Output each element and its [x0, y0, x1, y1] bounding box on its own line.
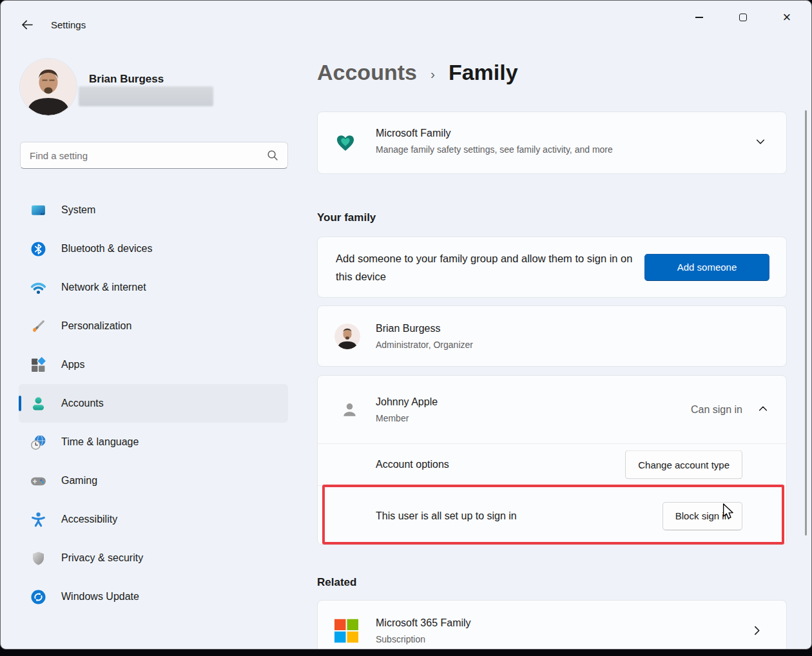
chevron-down-icon [755, 137, 766, 150]
maximize-button[interactable] [724, 6, 762, 29]
apps-icon [30, 356, 46, 373]
member-avatar [334, 323, 360, 349]
sidebar-item-privacy-security[interactable]: Privacy & security [19, 539, 288, 577]
system-icon [30, 202, 46, 218]
maximize-icon [739, 14, 747, 21]
family-heart-icon [335, 133, 356, 153]
breadcrumb-separator: › [430, 66, 435, 82]
close-icon: × [783, 10, 791, 24]
change-account-type-button[interactable]: Change account type [625, 450, 742, 479]
your-family-heading: Your family [317, 211, 376, 224]
member-row-johnny[interactable]: Johnny Apple Member Can sign in [318, 376, 786, 443]
bluetooth-icon [30, 240, 46, 257]
sidebar-item-time-language[interactable]: Time & language [19, 423, 288, 461]
vertical-scrollbar[interactable] [805, 110, 807, 535]
signin-status: Can sign in [691, 404, 742, 416]
account-options-label: Account options [376, 459, 449, 470]
sidebar-item-accounts[interactable]: Accounts [19, 384, 288, 423]
member-card-johnny: Johnny Apple Member Can sign in Account … [317, 375, 787, 545]
settings-window: Settings × Brian Burgess [0, 0, 812, 650]
accessibility-icon [30, 511, 46, 528]
accounts-icon [30, 395, 46, 412]
profile-avatar[interactable] [20, 59, 77, 115]
member-row-brian[interactable]: Brian Burgess Administrator, Organizer [317, 305, 787, 367]
sidebar-item-gaming[interactable]: Gaming [19, 461, 288, 500]
sidebar-item-system[interactable]: System [19, 191, 288, 229]
windows-update-icon [30, 588, 46, 605]
network-icon [30, 279, 46, 296]
add-someone-text: Add someone to your family group and all… [336, 249, 642, 285]
sidebar-item-bluetooth-devices[interactable]: Bluetooth & devices [19, 229, 288, 268]
personalization-icon [30, 318, 46, 334]
add-someone-button[interactable]: Add someone [644, 254, 769, 281]
member-name: Johnny Apple [376, 396, 438, 408]
close-button[interactable]: × [768, 6, 806, 29]
add-someone-card: Add someone to your family group and all… [317, 236, 787, 298]
banner-expand-button[interactable] [750, 133, 771, 153]
chevron-right-icon [746, 621, 767, 641]
related-item-title: Microsoft 365 Family [376, 617, 471, 629]
related-heading: Related [317, 576, 356, 589]
microsoft-365-family-card[interactable]: Microsoft 365 Family Subscription [317, 600, 787, 650]
breadcrumb: Accounts › Family [317, 60, 518, 85]
window-controls: × [680, 6, 806, 29]
collapse-button[interactable] [758, 403, 768, 416]
member-role: Member [376, 413, 438, 423]
selected-indicator [19, 396, 21, 411]
related-item-subtitle: Subscription [376, 634, 471, 644]
person-icon [341, 401, 358, 418]
sidebar-item-accessibility[interactable]: Accessibility [19, 500, 288, 539]
back-arrow-icon [21, 18, 34, 34]
member-name: Brian Burgess [376, 323, 473, 334]
search-icon[interactable] [267, 150, 278, 161]
member-role: Administrator, Organizer [376, 340, 473, 350]
sign-in-status-label: This user is all set up to sign in [376, 510, 517, 522]
sign-in-row: This user is all set up to sign in Block… [318, 485, 786, 546]
microsoft-logo-icon [334, 619, 358, 642]
account-options-row: Account options Change account type [318, 443, 786, 485]
minimize-icon [695, 17, 703, 17]
shield-icon [30, 550, 46, 566]
profile-name: Brian Burgess [89, 73, 164, 86]
time-language-icon [30, 434, 46, 450]
search-box [20, 142, 288, 169]
back-button[interactable] [17, 16, 37, 35]
gaming-icon [30, 472, 46, 489]
mouse-cursor [722, 503, 737, 523]
sidebar-item-network-internet[interactable]: Network & internet [19, 268, 288, 307]
minimize-button[interactable] [680, 6, 719, 29]
profile-email-redacted [79, 86, 213, 106]
page-title: Family [449, 60, 518, 85]
banner-title: Microsoft Family [376, 128, 613, 139]
sidebar-nav: System Bluetooth & devices Network & int… [19, 191, 288, 616]
sidebar-item-apps[interactable]: Apps [19, 345, 288, 384]
chevron-up-icon [758, 403, 768, 416]
sidebar-item-windows-update[interactable]: Windows Update [19, 577, 288, 616]
sidebar-item-personalization[interactable]: Personalization [19, 307, 288, 345]
microsoft-family-card[interactable]: Microsoft Family Manage family safety se… [317, 111, 787, 174]
search-input[interactable] [21, 150, 267, 161]
breadcrumb-accounts[interactable]: Accounts [317, 60, 417, 85]
app-title: Settings [51, 19, 86, 30]
banner-subtitle: Manage family safety settings, see famil… [376, 144, 613, 155]
